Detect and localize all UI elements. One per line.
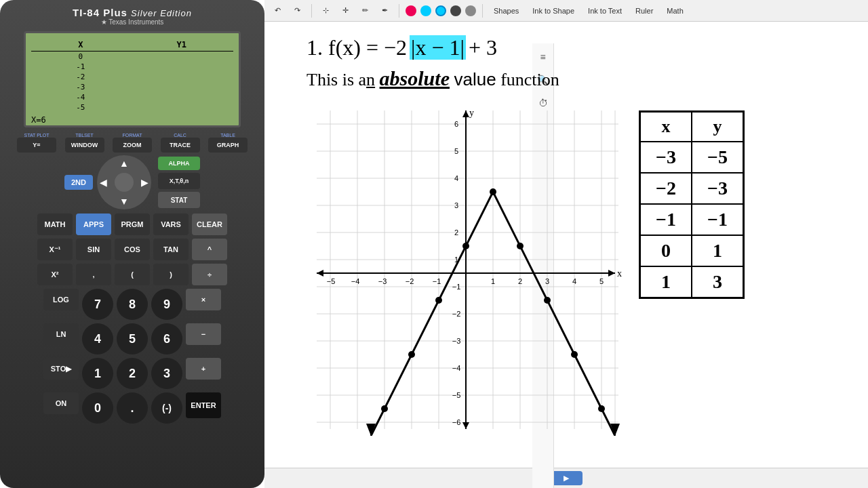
screen-cell [130, 62, 233, 72]
multiply-button[interactable]: × [186, 289, 221, 310]
xinv-button[interactable]: X⁻¹ [37, 239, 73, 260]
table-row: 01 [640, 235, 744, 266]
sto-button[interactable]: STO▶ [43, 358, 79, 380]
ink-to-shape-button[interactable]: Ink to Shape [528, 5, 579, 17]
f1-button[interactable]: Y= [17, 138, 56, 152]
move-tool[interactable]: ✛ [338, 4, 353, 17]
nav-cluster[interactable]: ▲ ▼ ◀ ▶ [97, 155, 151, 209]
y-tick: 2 [454, 228, 458, 237]
on-button[interactable]: ON [43, 392, 79, 414]
y-axis-label: y [469, 108, 474, 118]
graph-point [435, 297, 442, 304]
sin-button[interactable]: SIN [76, 239, 111, 260]
enter-button[interactable]: ENTER [186, 392, 221, 418]
zoom-button[interactable]: ZOOM [113, 138, 152, 152]
7-button[interactable]: 7 [82, 289, 113, 320]
2-button[interactable]: 2 [117, 358, 148, 389]
tan-button[interactable]: TAN [153, 239, 189, 260]
5-button[interactable]: 5 [117, 323, 148, 354]
pen-tool[interactable]: ✏ [357, 4, 373, 17]
lparen-button[interactable]: ( [115, 264, 150, 285]
color-swatch-cyan[interactable] [420, 5, 431, 16]
prgm-button[interactable]: PRGM [115, 214, 150, 235]
y-tick: −1 [452, 283, 461, 291]
graph-point [381, 405, 388, 412]
pen-tool-2[interactable]: ✒ [377, 4, 393, 17]
y-axis-arrow [462, 110, 469, 117]
caret-button[interactable]: ^ [192, 239, 227, 260]
plus-button[interactable]: + [186, 358, 221, 380]
shapes-button[interactable]: Shapes [489, 5, 524, 17]
abs-bar-left: |x − 1| [410, 35, 466, 60]
comma-button[interactable]: , [76, 264, 111, 285]
trace-button[interactable]: TRACE [161, 138, 200, 152]
x-tick: 5 [599, 277, 604, 285]
neg-button[interactable]: (-) [151, 392, 182, 424]
screen-cell: -4 [31, 92, 130, 102]
desc-prefix: This is an [307, 70, 380, 89]
log-button[interactable]: LOG [43, 289, 79, 310]
cos-button[interactable]: COS [115, 239, 150, 260]
math-button[interactable]: Math [662, 5, 688, 17]
2nd-button[interactable]: 2ND [64, 175, 93, 190]
table-row: −2−3 [640, 173, 744, 204]
8-button[interactable]: 8 [117, 289, 148, 320]
screen-col2-header: Y1 [130, 39, 233, 52]
y-tick: 5 [454, 147, 458, 155]
toolbar-separator-3 [482, 4, 483, 18]
xsq-button[interactable]: X² [37, 264, 73, 285]
stat-plot-label: STAT PLOT [17, 133, 56, 138]
1-button[interactable]: 1 [82, 358, 113, 389]
table-y-cell: 1 [692, 235, 743, 266]
nav-left-icon[interactable]: ◀ [100, 177, 107, 188]
color-swatch-dark[interactable] [450, 5, 461, 16]
ln-button[interactable]: LN [43, 323, 79, 345]
screen-bottom: X=6 [31, 115, 233, 125]
minus-button[interactable]: − [186, 323, 221, 345]
screen-cell: -1 [31, 62, 130, 72]
x-tick: 1 [491, 277, 495, 285]
6-button[interactable]: 6 [151, 323, 182, 354]
table-x-cell: −3 [640, 142, 692, 173]
9-button[interactable]: 9 [151, 289, 182, 320]
undo-button[interactable]: ↶ [270, 4, 285, 17]
redo-button[interactable]: ↷ [290, 4, 305, 17]
math-button[interactable]: MATH [37, 214, 73, 235]
apps-button[interactable]: APPS [76, 214, 111, 235]
rparen-button[interactable]: ) [153, 264, 189, 285]
nav-up-icon[interactable]: ▲ [119, 158, 129, 169]
0-button[interactable]: 0 [82, 392, 113, 424]
color-swatch-gray[interactable] [465, 5, 476, 16]
x-tick: 4 [572, 277, 576, 285]
screen-cell [130, 82, 233, 92]
table-x-cell: 1 [640, 266, 692, 298]
window-button[interactable]: WINDOW [65, 138, 104, 152]
ink-to-text-button[interactable]: Ink to Text [583, 5, 627, 17]
bottom-action-button[interactable]: ▶ [550, 471, 583, 485]
alpha-button[interactable]: ALPHA [158, 157, 200, 170]
nav-center[interactable] [115, 173, 134, 192]
select-tool[interactable]: ⊹ [318, 4, 334, 17]
vars-button[interactable]: VARS [153, 214, 189, 235]
color-swatch-red[interactable] [406, 5, 416, 16]
3-button[interactable]: 3 [151, 358, 182, 389]
content-main: x y −1 −2 −3 −4 −5 1 2 3 4 5 [307, 104, 848, 436]
nav-right-icon[interactable]: ▶ [141, 177, 149, 188]
xto-button[interactable]: X,T,θ,n [158, 173, 200, 189]
4-button[interactable]: 4 [82, 323, 113, 354]
screen-cell [130, 102, 233, 113]
x-axis-label: x [617, 268, 622, 279]
dot-button[interactable]: . [117, 392, 148, 424]
x-tick: −1 [433, 277, 441, 285]
color-swatch-cyan-selected[interactable] [435, 5, 446, 16]
y-axis-arrow-down [462, 422, 469, 429]
clear-button[interactable]: CLEAR [192, 214, 227, 235]
divide-button[interactable]: ÷ [192, 264, 227, 285]
nav-down-icon[interactable]: ▼ [119, 196, 129, 207]
graph-button[interactable]: GRAPH [208, 138, 248, 152]
calc-brand: ★ Texas Instruments [73, 18, 192, 26]
content-area: ↶ ↷ ⊹ ✛ ✏ ✒ Shapes Ink to Shape Ink to T… [264, 0, 868, 488]
ruler-button[interactable]: Ruler [631, 5, 658, 17]
stat-button[interactable]: STAT [158, 192, 200, 208]
table-row: −3−5 [640, 142, 744, 173]
